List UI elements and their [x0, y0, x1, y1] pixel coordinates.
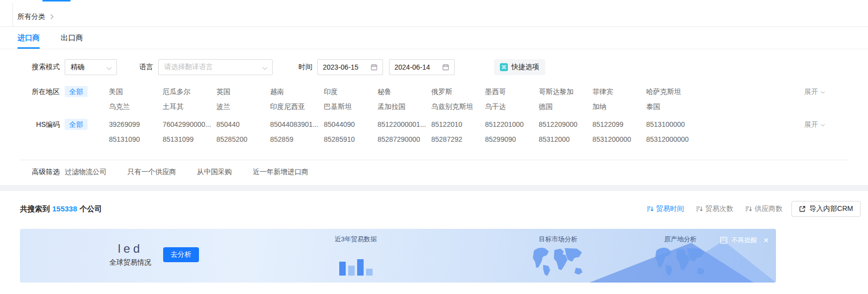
hs-code-option[interactable]: 85122000001...: [378, 117, 431, 132]
keyword-column: led 全球贸易情况: [109, 242, 151, 267]
search-mode-label: 搜索模式: [0, 63, 60, 72]
banner-subtitle: 全球贸易情况: [109, 258, 151, 267]
hs-code-option[interactable]: 85285200: [216, 132, 270, 147]
dont-remind-checkbox[interactable]: [720, 237, 727, 244]
region-option[interactable]: 乌克兰: [109, 99, 163, 114]
search-mode-select[interactable]: 精确: [65, 59, 117, 75]
region-option[interactable]: 哥斯达黎加: [539, 84, 592, 99]
region-expand-toggle[interactable]: 展开: [804, 84, 824, 99]
tab-importers[interactable]: 进口商: [17, 27, 40, 49]
region-option[interactable]: 乌干达: [485, 99, 539, 114]
hs-code-option[interactable]: 85287290000: [378, 132, 431, 147]
chevron-down-icon: [821, 90, 825, 94]
region-option[interactable]: 墨西哥: [485, 84, 539, 99]
sort-icon: [647, 205, 654, 212]
hs-code-option[interactable]: 850440: [216, 117, 270, 132]
region-option[interactable]: 厄瓜多尔: [163, 84, 216, 99]
hs-code-options: 39269099 76042990000... 850440 850440839…: [109, 117, 700, 147]
hs-code-option[interactable]: 85122099: [592, 117, 646, 132]
hs-code-option[interactable]: 85044090: [324, 117, 378, 132]
filter-body: 搜索模式 精确 语言 请选择翻译语言 时间 2023-06-15 2024-06…: [0, 49, 868, 185]
hs-code-options-row1: 39269099 76042990000... 850440 850440839…: [109, 117, 700, 132]
hs-code-option[interactable]: 39269099: [109, 117, 163, 132]
region-option[interactable]: 俄罗斯: [431, 84, 485, 99]
region-option[interactable]: 英国: [216, 84, 270, 99]
close-icon[interactable]: ✕: [763, 236, 769, 244]
start-date-input[interactable]: 2023-06-15: [317, 59, 383, 75]
region-option[interactable]: 波兰: [216, 99, 270, 114]
hs-code-option[interactable]: 8512201000: [485, 117, 539, 132]
target-market-block[interactable]: 目标市场分析: [518, 235, 598, 279]
sort-trade-time-label: 贸易时间: [656, 204, 684, 213]
hs-code-option[interactable]: 8512209000: [539, 117, 592, 132]
quick-options-button[interactable]: ⌘ 快捷选项: [494, 59, 545, 75]
hs-code-option[interactable]: 85285910: [324, 132, 378, 147]
tab-exporters[interactable]: 出口商: [61, 27, 83, 49]
results-card: 共搜索到155338个公司 贸易时间 贸易次数 供应商数 导入内部CRM: [0, 191, 868, 283]
region-option[interactable]: 菲律宾: [592, 84, 646, 99]
sort-trade-count[interactable]: 贸易次数: [696, 204, 733, 213]
world-map-icon: [652, 246, 709, 277]
hs-code-option[interactable]: 85312000000: [646, 132, 700, 147]
region-option[interactable]: 德国: [539, 99, 592, 114]
trade-insight-banner: led 全球贸易情况 去分析 近3年贸易数据 目标市场分析: [20, 229, 776, 283]
hs-code-expand-toggle[interactable]: 展开: [804, 117, 824, 132]
hs-code-option[interactable]: 85131099: [163, 132, 216, 147]
hs-code-option[interactable]: 8531200000: [592, 132, 646, 147]
region-option[interactable]: 加纳: [592, 99, 646, 114]
hs-code-filter-row: HS编码 全部 39269099 76042990000... 850440 8…: [0, 117, 868, 147]
region-option[interactable]: 印度: [324, 84, 378, 99]
hs-code-option[interactable]: 85131090: [109, 132, 163, 147]
region-option[interactable]: 秘鲁: [378, 84, 431, 99]
sort-supplier-count-label: 供应商数: [755, 204, 782, 213]
import-icon: [799, 205, 806, 212]
hs-code-option[interactable]: 85287292: [431, 132, 485, 147]
region-all-chip[interactable]: 全部: [65, 86, 88, 97]
sort-trade-count-label: 贸易次数: [705, 204, 733, 213]
buy-from-china-option[interactable]: 从中国采购: [197, 168, 232, 177]
breadcrumb[interactable]: 所有分类: [17, 12, 45, 21]
language-select[interactable]: 请选择翻译语言: [158, 59, 273, 75]
sort-trade-time[interactable]: 贸易时间: [647, 204, 684, 213]
import-crm-button[interactable]: 导入内部CRM: [791, 201, 861, 217]
hs-code-option[interactable]: 76042990000...: [163, 117, 216, 132]
calendar-icon: [442, 64, 449, 71]
region-option[interactable]: 泰国: [646, 99, 700, 114]
tab-importers-label: 进口商: [17, 33, 40, 42]
summary-suffix: 个公司: [80, 204, 102, 213]
hs-code-option[interactable]: 85312000: [539, 132, 592, 147]
single-supplier-option[interactable]: 只有一个供应商: [127, 168, 176, 177]
hs-code-option[interactable]: 85122010: [431, 117, 485, 132]
active-top-tab-underline: [42, 0, 71, 1]
region-options-row2: 乌克兰 土耳其 波兰 印度尼西亚 巴基斯坦 孟加拉国 乌兹别克斯坦 乌干达 德国…: [109, 99, 700, 114]
region-label: 所在地区: [0, 84, 60, 114]
region-option[interactable]: 孟加拉国: [378, 99, 431, 114]
analyze-button[interactable]: 去分析: [163, 247, 199, 262]
end-date-input[interactable]: 2024-06-14: [389, 59, 455, 75]
new-importers-option[interactable]: 近一年新增进口商: [253, 168, 308, 177]
hs-code-all-chip[interactable]: 全部: [65, 119, 88, 130]
hs-code-option[interactable]: 852859: [270, 132, 324, 147]
hs-code-option[interactable]: 85044083901...: [270, 117, 324, 132]
region-option[interactable]: 土耳其: [163, 99, 216, 114]
region-option[interactable]: 越南: [270, 84, 324, 99]
origin-analysis-block[interactable]: 原产地分析: [641, 235, 720, 279]
region-option[interactable]: 美国: [109, 84, 163, 99]
trade-data-chart-block[interactable]: 近3年贸易数据: [316, 235, 395, 276]
hs-code-option[interactable]: 8513100000: [646, 117, 700, 132]
hs-code-option[interactable]: 85299090: [485, 132, 539, 147]
calendar-icon: [371, 64, 378, 71]
chart-bar: [339, 262, 346, 276]
language-placeholder: 请选择翻译语言: [164, 63, 213, 72]
region-option[interactable]: 哈萨克斯坦: [646, 84, 700, 99]
left-panel-divider: [12, 3, 13, 26]
search-settings-row: 搜索模式 精确 语言 请选择翻译语言 时间 2023-06-15 2024-06…: [0, 59, 868, 75]
filter-logistics-option[interactable]: 过滤物流公司: [65, 168, 106, 177]
sort-supplier-count[interactable]: 供应商数: [745, 204, 782, 213]
region-option[interactable]: 乌兹别克斯坦: [431, 99, 485, 114]
region-expand-label: 展开: [804, 84, 818, 99]
region-option[interactable]: 印度尼西亚: [270, 99, 324, 114]
region-options: 美国 厄瓜多尔 英国 越南 印度 秘鲁 俄罗斯 墨西哥 哥斯达黎加 菲律宾 哈萨…: [109, 84, 700, 114]
tab-exporters-label: 出口商: [61, 33, 83, 42]
region-option[interactable]: 巴基斯坦: [324, 99, 378, 114]
